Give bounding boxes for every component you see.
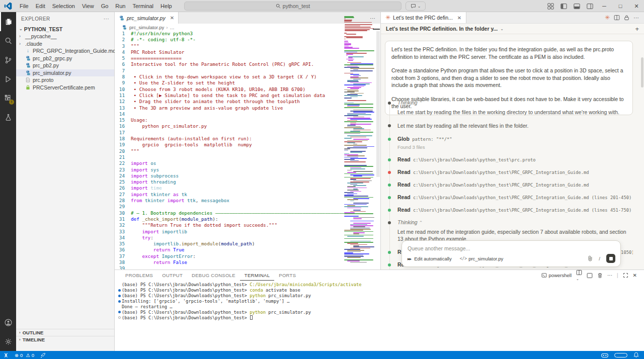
problems-indicator[interactable]: ⊗0 ⚠0 — [12, 351, 37, 359]
toggle-panel-icon[interactable] — [571, 1, 583, 12]
search-icon — [276, 4, 281, 9]
new-session-plus-icon[interactable]: + — [635, 25, 639, 33]
explorer-root-folder[interactable]: ⌄ PYTHON_TEST — [16, 25, 114, 33]
chat-session-selector[interactable]: Let's test the PRC definition. In the fo… — [381, 24, 644, 34]
outline-section[interactable]: ›OUTLINE — [16, 329, 114, 336]
toggle-secondary-sidebar-icon[interactable] — [584, 1, 596, 12]
source-control-icon — [4, 56, 13, 64]
minimap[interactable] — [344, 16, 375, 267]
code-line-12: 12 • Drag the slider to animate the robo… — [115, 99, 344, 105]
notifications-button[interactable] — [630, 351, 644, 359]
minimap-line — [344, 206, 368, 207]
tool-call[interactable]: Read c:\Users\jbrau\Downloads\python_tes… — [397, 194, 633, 200]
chat-input-card[interactable]: Queue another message... ▶▶ Edit automat… — [401, 240, 621, 267]
close-panel-icon[interactable]: ✕ — [633, 273, 637, 278]
sidebar-item-search[interactable] — [0, 31, 16, 50]
editor-group: prc_simulator.py ✕ ··· prc_simulator.py … — [115, 12, 381, 270]
tab-close-icon[interactable]: ✕ — [170, 15, 174, 21]
menu-go[interactable]: Go — [98, 1, 112, 12]
timeline-section[interactable]: ›TIMELINE — [16, 336, 114, 343]
chat-tab[interactable]: ✳ Let's test the PRC defin... ✕ — [381, 12, 466, 23]
sidebar-item-source-control[interactable] — [0, 50, 16, 69]
command-center-search[interactable]: python_test — [184, 2, 401, 11]
file--pycache-[interactable]: ›__pycache__ — [16, 33, 114, 40]
file-prc-grpc-integration-guide-md[interactable]: ↓PRC_GRPC_Integration_Guide.md — [16, 47, 114, 55]
claude-new-chat-icon[interactable]: ✳ — [605, 15, 610, 21]
attach-paperclip-icon[interactable] — [588, 255, 593, 261]
settings-button[interactable] — [0, 332, 16, 351]
shell-indicator[interactable]: powershell — [541, 273, 572, 278]
line-number: 34 — [115, 235, 131, 241]
python-file-icon — [25, 55, 31, 61]
sidebar-item-run-debug[interactable] — [0, 69, 16, 88]
chat-scrollbar[interactable] — [641, 57, 643, 87]
panel-tab-ports[interactable]: PORTS — [274, 270, 300, 281]
terminal-more-actions-icon[interactable]: ··· — [607, 273, 612, 278]
minimap-line — [347, 172, 356, 173]
panel-tab-terminal[interactable]: TERMINAL — [240, 270, 274, 281]
menu-selection[interactable]: Selection — [49, 1, 78, 12]
thinking-label[interactable]: Thinking ⌃ — [397, 100, 633, 106]
customize-layout-icon[interactable] — [544, 1, 556, 12]
file--claude[interactable]: ›.claude — [16, 40, 114, 48]
tool-call[interactable]: Read c:\Users\jbrau\Downloads\python_tes… — [397, 156, 633, 162]
accounts-button[interactable] — [0, 313, 16, 332]
panel-tab-problems[interactable]: PROBLEMS — [121, 270, 157, 281]
toggle-sidebar-icon[interactable] — [557, 1, 570, 12]
slash-command-icon[interactable]: / — [599, 256, 600, 261]
bell-icon — [633, 352, 639, 358]
code-editor[interactable]: 1#!/usr/bin/env python32# -*- coding: ut… — [115, 31, 344, 270]
minimize-button[interactable]: ─ — [597, 0, 612, 12]
context-file-chip[interactable]: </> prc_simulator.py — [460, 256, 504, 261]
split-terminal-icon[interactable]: ⌄ — [576, 270, 582, 281]
line-number: 35 — [115, 241, 131, 247]
code-line-9: 9 • Use the Z-slider to set the height — [115, 80, 344, 86]
launch-indicator[interactable] — [37, 351, 49, 359]
file-prc-pb2-py[interactable]: prc_pb2.py — [16, 62, 114, 69]
panel-tab-output[interactable]: OUTPUT — [157, 270, 187, 281]
tool-call[interactable]: Read c:\Users\jbrau\Downloads\python_tes… — [397, 182, 633, 188]
panel-tab-debug-console[interactable]: DEBUG CONSOLE — [187, 270, 240, 281]
new-terminal-icon[interactable] — [587, 273, 593, 279]
lock-icon[interactable] — [624, 15, 629, 21]
copilot-pill[interactable] — [611, 351, 630, 359]
breadcrumb[interactable]: prc_simulator.py › … — [115, 24, 380, 31]
chat-input-placeholder[interactable]: Queue another message... — [408, 245, 615, 251]
menu-terminal[interactable]: Terminal — [129, 1, 157, 12]
edit-mode-label[interactable]: Edit automatically — [414, 256, 451, 261]
sidebar-item-testing[interactable] — [0, 108, 16, 127]
editor-scrollbar[interactable] — [376, 24, 380, 270]
tool-call[interactable]: Read c:\Users\jbrau\Downloads\python_tes… — [397, 169, 633, 175]
maximize-button[interactable]: □ — [613, 0, 628, 12]
minimap-line — [350, 152, 362, 153]
tool-call[interactable]: Glob pattern: "**/*" — [397, 136, 633, 142]
copilot-status[interactable] — [598, 351, 611, 359]
file-prcservercertificate-pem[interactable]: PRCServerCertificate.pem — [16, 84, 114, 92]
close-button[interactable]: ✕ — [629, 0, 644, 12]
thinking-label[interactable]: Thinking ⌃ — [397, 219, 633, 225]
menu-help[interactable]: Help — [157, 1, 176, 12]
copilot-chat-button[interactable]: ⌄ — [406, 2, 426, 11]
file-prc-simulator-py[interactable]: prc_simulator.py — [16, 69, 114, 77]
file-prc-proto[interactable]: prc.proto — [16, 76, 114, 84]
divider: | — [617, 273, 618, 278]
menu-file[interactable]: File — [16, 1, 32, 12]
terminal-output[interactable]: (base) PS C:\Users\jbrau\Downloads\pytho… — [115, 281, 644, 320]
split-editor-icon[interactable] — [614, 15, 620, 21]
chat-tab-close-icon[interactable]: ✕ — [457, 15, 461, 21]
maximize-panel-icon[interactable] — [623, 273, 628, 278]
remote-indicator[interactable] — [0, 351, 12, 359]
kill-terminal-trash-icon[interactable] — [597, 273, 603, 279]
explorer-more-actions-icon[interactable]: ··· — [104, 16, 109, 22]
menu-view[interactable]: View — [78, 1, 98, 12]
file-prc-pb2-grpc-py[interactable]: prc_pb2_grpc.py — [16, 55, 114, 62]
sidebar-item-explorer[interactable] — [0, 12, 16, 31]
editor-tab-prc-simulator[interactable]: prc_simulator.py ✕ — [115, 12, 179, 24]
menu-edit[interactable]: Edit — [32, 1, 49, 12]
terminal-line: (base) PS C:\Users\jbrau\Downloads\pytho… — [117, 282, 644, 288]
sidebar-item-extensions[interactable]: ! — [0, 88, 16, 108]
stop-button[interactable] — [606, 254, 615, 263]
tool-call[interactable]: Read c:\Users\jbrau\Downloads\python_tes… — [397, 207, 633, 213]
menu-run[interactable]: Run — [112, 1, 129, 12]
chat-more-actions-icon[interactable]: ··· — [633, 15, 639, 21]
